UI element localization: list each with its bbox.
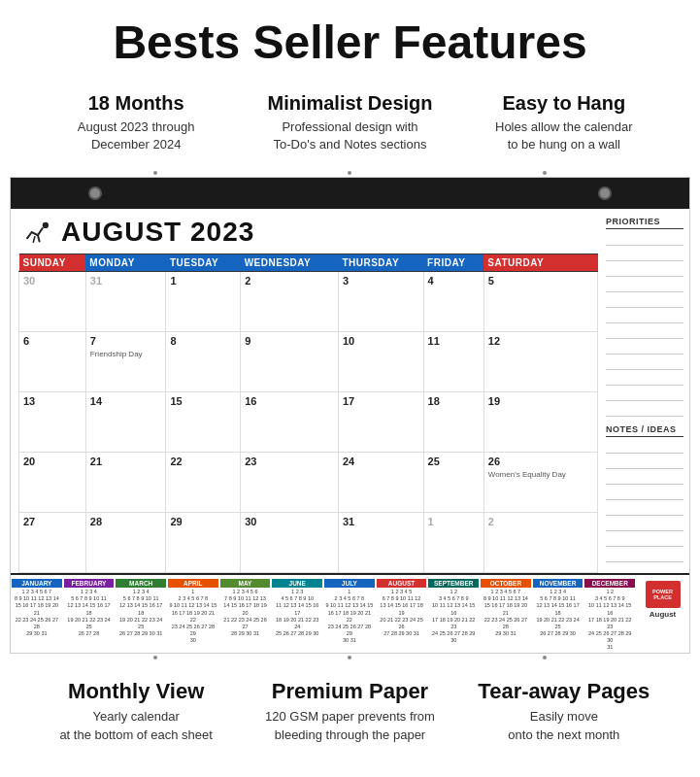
- calendar-cell: 18: [423, 392, 483, 453]
- notes-lines: [606, 440, 683, 562]
- calendar-title-row: AUGUST 2023: [18, 217, 598, 248]
- day-number: 9: [245, 335, 334, 347]
- mini-month-dates: 12 3 4 5 6 7 89 10 11 12 13 14 1516 17 1…: [324, 589, 375, 644]
- mini-month-label: JULY: [324, 579, 375, 588]
- calendar-cell: 31: [85, 272, 166, 332]
- day-number: 4: [428, 275, 480, 287]
- day-number: 2: [245, 275, 334, 287]
- calendar-cell: 17: [338, 392, 423, 453]
- current-month-label: August: [650, 610, 677, 619]
- feature-design-desc: Professional design withTo-Do's and Note…: [252, 118, 447, 153]
- page-header: Bests Seller Features: [0, 0, 700, 83]
- calendar-body: 30311234567Friendship Day891011121314151…: [19, 272, 598, 573]
- mini-month-label: NOVEMBER: [533, 579, 583, 588]
- calendar-grid: SUNDAY MONDAY TUESDAY WEDNESDAY THURSDAY…: [18, 253, 598, 573]
- priority-line: [606, 232, 683, 246]
- priorities-lines: [606, 232, 683, 417]
- hanging-hole-left: [88, 186, 102, 200]
- mini-month: DECEMBER1 23 4 5 6 7 8 910 11 12 13 14 1…: [583, 579, 636, 651]
- hanging-bar: [11, 178, 689, 209]
- mini-month-label: AUGUST: [377, 579, 427, 588]
- mini-month-dates: 1 2 3 45 6 7 8 9 10 1112 13 14 15 16 17 …: [533, 589, 583, 637]
- mini-month-label: DECEMBER: [584, 579, 635, 588]
- calendar-section: AUGUST 2023 SUNDAY MONDAY TUESDAY WEDNES…: [10, 177, 690, 654]
- calendar-cell: 30: [19, 272, 86, 332]
- col-tuesday: TUESDAY: [166, 254, 241, 272]
- mini-month-dates: 1 2 3 45 6 7 8 9 10 1112 13 14 15 16 17 …: [64, 589, 115, 637]
- col-friday: FRIDAY: [423, 254, 483, 272]
- day-event: Friendship Day: [90, 350, 143, 358]
- features-top-section: 18 Months August 2023 throughDecember 20…: [0, 83, 700, 169]
- feature-months: 18 Months August 2023 throughDecember 20…: [29, 92, 243, 153]
- day-number: 11: [428, 335, 480, 347]
- divider-dot: [153, 656, 157, 659]
- calendar-cell: 1: [166, 272, 241, 332]
- mini-month-label: MARCH: [116, 579, 166, 588]
- table-row: 20212223242526Women's Equality Day: [19, 453, 598, 513]
- day-number: 31: [90, 275, 162, 287]
- feature-tearaway-desc: Easily moveonto the next month: [467, 708, 661, 743]
- calendar-cell: 10: [338, 332, 423, 392]
- calendar-cell: 23: [241, 453, 339, 513]
- calendar-cell: 6: [19, 332, 86, 392]
- mini-month-label: JANUARY: [12, 579, 62, 588]
- feature-tearaway: Tear-away Pages Easily moveonto the next…: [457, 679, 671, 743]
- feature-design: Minimalist Design Professional design wi…: [243, 92, 456, 153]
- divider-dot: [543, 656, 547, 659]
- mini-month: AUGUST1 2 3 4 56 7 8 9 10 11 1213 14 15 …: [376, 579, 428, 651]
- feature-monthly-heading: Monthly View: [39, 679, 233, 704]
- divider-dots-bottom: [0, 654, 700, 661]
- calendar-header-row: SUNDAY MONDAY TUESDAY WEDNESDAY THURSDAY…: [19, 254, 598, 272]
- mini-month-label: OCTOBER: [481, 579, 531, 588]
- note-line: [606, 518, 683, 531]
- divider-dot: [348, 656, 351, 659]
- feature-monthly: Monthly View Yearly calendarat the botto…: [29, 679, 243, 743]
- priority-line: [606, 263, 683, 277]
- col-wednesday: WEDNESDAY: [241, 254, 339, 272]
- calendar-cell: 4: [423, 272, 483, 332]
- mini-month-dates: 1 23 4 5 6 7 8 910 11 12 13 14 15 1617 1…: [584, 589, 635, 651]
- notes-label: NOTES / IDEAS: [606, 424, 683, 437]
- mini-month-label: JUNE: [272, 579, 322, 588]
- feature-paper-desc: 120 GSM paper prevents frombleeding thro…: [252, 708, 447, 743]
- day-number: 5: [488, 275, 593, 287]
- col-thursday: THURSDAY: [338, 254, 423, 272]
- mini-month-dates: 1 2 3 45 6 7 8 9 10 1112 13 14 15 16 17 …: [116, 589, 166, 637]
- calendar-cell: 14: [85, 392, 166, 453]
- mini-month-dates: 12 3 4 5 6 7 89 10 11 12 13 14 1516 17 1…: [168, 589, 218, 644]
- day-number: 26: [488, 456, 593, 467]
- calendar-cell: 15: [166, 392, 241, 453]
- priority-line: [606, 388, 683, 401]
- day-number: 18: [428, 395, 480, 407]
- day-number: 29: [170, 516, 236, 527]
- calendar-cell: 11: [423, 332, 483, 392]
- mini-month-label: FEBRUARY: [64, 579, 115, 588]
- page-title: Bests Seller Features: [19, 17, 681, 69]
- day-number: 30: [23, 275, 82, 287]
- priority-line: [606, 325, 683, 339]
- day-number: 20: [23, 456, 82, 467]
- day-number: 10: [343, 335, 419, 347]
- day-number: 3: [343, 275, 419, 287]
- day-number: 31: [343, 516, 419, 527]
- calendar-cell: 1: [423, 513, 483, 573]
- calendar-cell: 27: [19, 513, 86, 573]
- day-number: 25: [428, 456, 480, 467]
- calendar-cell: 26Women's Equality Day: [483, 453, 597, 513]
- mini-month-label: MAY: [220, 579, 271, 588]
- calendar-cell: 3: [338, 272, 423, 332]
- feature-hang: Easy to Hang Holes allow the calendarto …: [457, 92, 671, 153]
- logo-box: POWER PLACE: [646, 581, 681, 608]
- mini-month: APRIL12 3 4 5 6 7 89 10 11 12 13 14 1516…: [167, 579, 219, 651]
- mini-month-label: APRIL: [168, 579, 218, 588]
- calendar-cell: 7Friendship Day: [85, 332, 166, 392]
- brand-logo: POWER PLACE August: [636, 579, 689, 621]
- priorities-label: PRIORITIES: [606, 217, 683, 229]
- col-sunday: SUNDAY: [19, 254, 86, 272]
- calendar-cell: 19: [483, 392, 597, 453]
- mini-month: JUNE1 2 34 5 6 7 8 9 1011 12 13 14 15 16…: [271, 579, 323, 651]
- features-bottom-section: Monthly View Yearly calendarat the botto…: [0, 661, 700, 753]
- mini-month: JULY12 3 4 5 6 7 89 10 11 12 13 14 1516 …: [323, 579, 376, 651]
- mini-month-dates: 1 23 4 5 6 7 8 910 11 12 13 14 15 1617 1…: [428, 589, 479, 644]
- day-number: 23: [245, 456, 334, 467]
